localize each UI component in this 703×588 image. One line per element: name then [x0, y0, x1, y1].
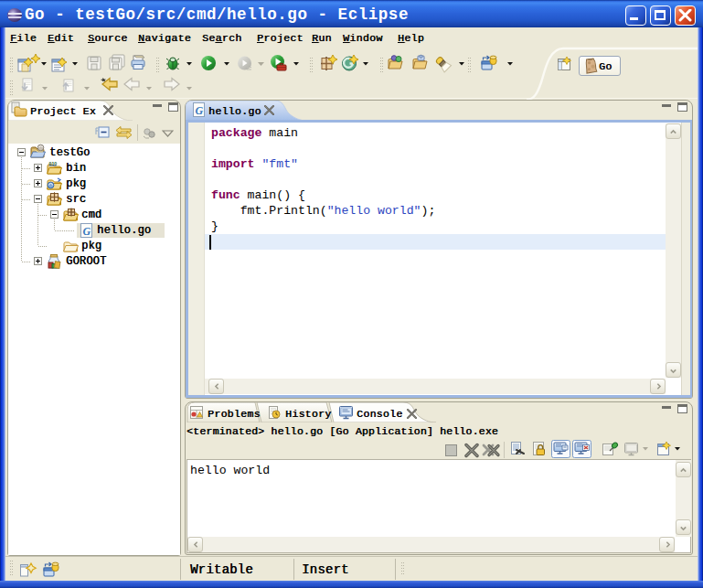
svg-text:G: G	[196, 104, 204, 117]
svg-text:G: G	[83, 225, 91, 238]
